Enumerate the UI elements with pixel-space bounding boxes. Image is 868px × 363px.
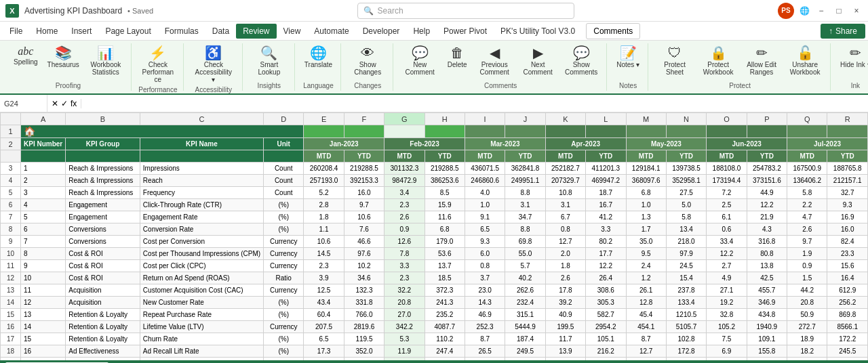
unshare-workbook-button[interactable]: 🔓 Unshare Workbook <box>784 45 826 77</box>
cell-reference[interactable]: G24 <box>0 95 47 112</box>
row-2[interactable]: 2 <box>1 138 21 150</box>
col-G[interactable]: G <box>384 113 425 125</box>
insert-function-icon[interactable]: fx <box>71 99 77 108</box>
saved-badge: • Saved <box>127 7 153 15</box>
previous-comment-button[interactable]: ◀ Previous Comment <box>473 45 515 77</box>
workbook-statistics-button[interactable]: 📊 Workbook Statistics <box>85 45 127 77</box>
hide-ink-button[interactable]: ✏ Hide Ink ▾ <box>836 45 868 70</box>
formula-bar: G24 ✕ ✓ fx <box>0 95 868 112</box>
col-C[interactable]: C <box>140 113 263 125</box>
col-I[interactable]: I <box>465 113 505 125</box>
cancel-formula-icon[interactable]: ✕ <box>52 99 58 108</box>
ribbon-group-accessibility: ♿ Check Accessibility ▾ Accessibility <box>185 43 243 91</box>
jan-ytd-subheader: YTD <box>344 150 384 163</box>
search-bar[interactable]: 🔍 Search <box>357 3 574 19</box>
translate-button[interactable]: 🌐 Translate <box>300 45 336 70</box>
spelling-icon: abc <box>18 46 33 57</box>
menu-home[interactable]: Home <box>29 24 64 39</box>
check-accessibility-icon: ♿ <box>205 46 222 60</box>
ink-label: Ink <box>851 82 860 89</box>
ribbon-group-insights: 🔍 Smart Lookup Insights <box>244 43 295 91</box>
minimize-button[interactable]: − <box>815 5 827 17</box>
show-comments-icon: 💬 <box>573 46 590 60</box>
col-P[interactable]: P <box>747 113 787 125</box>
menu-formulas[interactable]: Formulas <box>158 24 205 39</box>
menu-page-layout[interactable]: Page Layout <box>98 24 157 39</box>
menu-help[interactable]: Help <box>406 24 437 39</box>
apr-ytd-subheader: YTD <box>586 150 626 163</box>
confirm-formula-icon[interactable]: ✓ <box>61 99 68 108</box>
jul-ytd-subheader: YTD <box>827 150 868 163</box>
notes-button[interactable]: 📝 Notes ▾ <box>612 45 644 70</box>
ribbon-group-ink: ✏ Hide Ink ▾ Ink <box>832 43 868 91</box>
microsoft-icon: 🌐 <box>800 6 810 16</box>
col-H[interactable]: H <box>425 113 465 125</box>
menu-power-pivot[interactable]: Power Pivot <box>437 24 494 39</box>
menu-review[interactable]: Review <box>236 24 276 39</box>
spreadsheet-container[interactable]: A B C D E F G H I J K L M N O P Q R <box>0 112 868 360</box>
protect-label: Protect <box>729 82 751 89</box>
avatar: PS <box>778 3 794 19</box>
spelling-button[interactable]: abc Spelling <box>9 45 42 67</box>
menu-view[interactable]: View <box>277 24 308 39</box>
table-row: 13 11 Acquisition Customer Acquisition C… <box>1 284 868 297</box>
thesaurus-button[interactable]: 📚 Thesaurus <box>43 45 83 70</box>
table-row: 14 12 Acquisition New Customer Rate (%) … <box>1 297 868 309</box>
menu-data[interactable]: Data <box>205 24 236 39</box>
allow-edit-ranges-button[interactable]: ✏ Allow Edit Ranges <box>741 45 783 77</box>
kpi-group-header: KPI Group <box>66 138 140 150</box>
ribbon: abc Spelling 📚 Thesaurus 📊 Workbook Stat… <box>0 41 868 95</box>
menu-insert[interactable]: Insert <box>64 24 98 39</box>
may-mtd-subheader: MTD <box>626 150 666 163</box>
col-R[interactable]: R <box>827 113 868 125</box>
menu-pk-utility[interactable]: PK's Utility Tool V3.0 <box>494 24 582 39</box>
check-performance-button[interactable]: ⚡ Check Performance <box>137 45 179 85</box>
table-row: 8 6 Conversions Conversion Rate (%) 1.1 … <box>1 223 868 236</box>
col-M[interactable]: M <box>626 113 666 125</box>
col-Q[interactable]: Q <box>787 113 827 125</box>
col-E[interactable]: E <box>304 113 344 125</box>
show-changes-button[interactable]: 👁 Show Changes <box>347 45 389 77</box>
col-O[interactable]: O <box>707 113 747 125</box>
spreadsheet-table: A B C D E F G H I J K L M N O P Q R <box>0 112 868 360</box>
delete-comment-button[interactable]: 🗑 Delete <box>442 45 472 70</box>
col-B[interactable]: B <box>66 113 140 125</box>
new-comment-button[interactable]: 💬 New Comment <box>399 45 441 77</box>
bottom-bar: Advertising KPI Dashboard + − 100% + <box>0 360 868 363</box>
next-comment-icon: ▶ <box>533 46 543 60</box>
check-accessibility-button[interactable]: ♿ Check Accessibility ▾ <box>189 45 238 85</box>
smart-lookup-button[interactable]: 🔍 Smart Lookup <box>248 45 290 77</box>
row-1[interactable]: 1 <box>1 125 21 138</box>
feb-2023-header: Feb-2023 <box>384 138 465 150</box>
close-button[interactable]: × <box>850 5 863 17</box>
col-A[interactable]: A <box>21 113 66 125</box>
col-header-row: A B C D E F G H I J K L M N O P Q R <box>1 113 868 125</box>
allow-edit-ranges-icon: ✏ <box>756 46 768 60</box>
excel-logo: X <box>5 4 19 18</box>
row-2b[interactable] <box>1 150 21 163</box>
table-row: 16 14 Retention & Loyalty Lifetime Value… <box>1 321 868 333</box>
comments-label: Comments <box>484 82 517 89</box>
ribbon-group-proofing: abc Spelling 📚 Thesaurus 📊 Workbook Stat… <box>5 43 132 91</box>
next-comment-button[interactable]: ▶ Next Comment <box>517 45 559 77</box>
col-D[interactable]: D <box>264 113 304 125</box>
maximize-button[interactable]: □ <box>833 5 845 17</box>
accessibility-label: Accessibility <box>195 86 232 93</box>
menu-developer[interactable]: Developer <box>356 24 407 39</box>
menu-automate[interactable]: Automate <box>307 24 355 39</box>
menu-file[interactable]: File <box>3 24 29 39</box>
col-N[interactable]: N <box>666 113 706 125</box>
comments-button[interactable]: Comments <box>586 23 640 39</box>
col-K[interactable]: K <box>545 113 585 125</box>
jan-mtd-subheader: MTD <box>304 150 344 163</box>
share-button[interactable]: ↑ Share <box>821 24 865 39</box>
protect-sheet-button[interactable]: 🛡 Protect Sheet <box>654 45 696 77</box>
show-comments-button[interactable]: 💬 Show Comments <box>560 45 602 77</box>
jul-2023-header: Jul-2023 <box>787 138 868 150</box>
jan-2023-header: Jan-2023 <box>304 138 384 150</box>
ribbon-group-protect: 🛡 Protect Sheet 🔒 Protect Workbook ✏ All… <box>650 43 831 91</box>
col-F[interactable]: F <box>344 113 384 125</box>
col-J[interactable]: J <box>505 113 545 125</box>
protect-workbook-button[interactable]: 🔒 Protect Workbook <box>697 45 739 77</box>
col-L[interactable]: L <box>586 113 626 125</box>
